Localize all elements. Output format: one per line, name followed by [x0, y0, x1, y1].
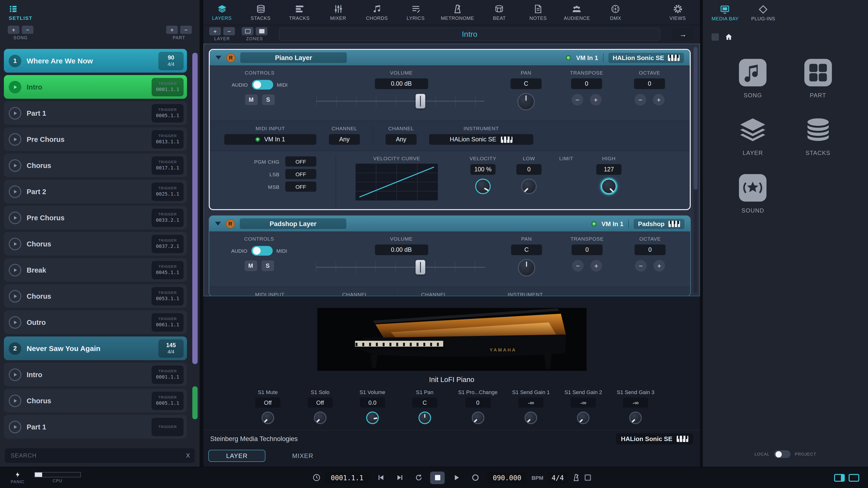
setlist-part[interactable]: Pre Chorus TRIGGER0013.1.1	[4, 127, 187, 151]
remove-part-button[interactable]: −	[180, 26, 192, 34]
toolbar-item-lyrics[interactable]: LYRICS	[402, 4, 429, 21]
layer-header[interactable]: R Piano Layer VM In 1 HALion Sonic SE	[210, 50, 690, 65]
setlist-part[interactable]: Pre Chorus TRIGGER0033.2.1	[4, 206, 187, 229]
mediabay-tile-stacks[interactable]: STACKS	[803, 115, 833, 156]
zones-edit-button[interactable]	[242, 27, 253, 35]
panic-button[interactable]: PANIC	[11, 471, 25, 484]
param-value-field[interactable]: -∞	[570, 397, 596, 408]
play-icon[interactable]	[9, 394, 21, 407]
fader-handle[interactable]	[416, 260, 426, 274]
param-value-field[interactable]: -∞	[518, 397, 544, 408]
setlist-part[interactable]: Chorus TRIGGER0005.1.1	[4, 389, 187, 413]
transpose-value[interactable]: 0	[571, 78, 602, 89]
mute-button[interactable]: M	[245, 94, 257, 105]
octave-minus-button[interactable]: −	[634, 94, 646, 105]
param-value-field[interactable]: Off	[308, 397, 333, 408]
mediabay-tile-layer[interactable]: LAYER	[738, 115, 768, 156]
velocity-knob[interactable]	[475, 178, 491, 194]
param-knob[interactable]	[471, 412, 484, 424]
setlist-part[interactable]: Part 1 TRIGGER	[4, 415, 187, 438]
play-icon[interactable]	[9, 264, 21, 276]
toolbar-item-tracks[interactable]: TRACKS	[286, 4, 313, 21]
play-button[interactable]	[449, 471, 464, 484]
param-value-field[interactable]: C	[412, 397, 437, 408]
plugin-name-chip[interactable]: HALion Sonic SE	[616, 433, 693, 445]
setlist-part[interactable]: Intro TRIGGER0001.1.1	[4, 363, 187, 386]
remove-layer-button[interactable]: −	[223, 27, 235, 35]
transpose-minus-button[interactable]: −	[571, 94, 583, 105]
play-icon[interactable]	[9, 133, 21, 145]
layer-midi-input[interactable]: VM In 1	[601, 220, 623, 227]
low-knob[interactable]	[521, 178, 537, 194]
param-knob[interactable]	[629, 412, 642, 424]
tab-media-bay[interactable]: MEDIA BAY	[712, 4, 739, 21]
low-value[interactable]: 0	[516, 164, 541, 175]
octave-plus-button[interactable]: +	[653, 94, 664, 105]
transpose-value[interactable]: 0	[571, 245, 602, 255]
solo-button[interactable]: S	[261, 260, 274, 271]
cycle-button[interactable]	[411, 471, 426, 484]
velocity-curve-graph[interactable]	[355, 164, 438, 200]
pan-value[interactable]: C	[510, 78, 541, 89]
play-icon[interactable]	[9, 185, 21, 198]
midi-input-select[interactable]: VM In 1	[224, 134, 316, 145]
param-knob[interactable]	[418, 412, 431, 424]
velocity-value[interactable]: 100 %	[470, 164, 496, 175]
solo-button[interactable]: S	[262, 94, 274, 105]
layer-header[interactable]: R Padshop Layer VM In 1 Padshop	[209, 216, 690, 231]
toolbar-item-metronome[interactable]: METRONOME	[441, 4, 474, 21]
record-button[interactable]	[468, 471, 483, 484]
local-project-toggle[interactable]	[774, 450, 790, 458]
go-to-start-button[interactable]	[374, 471, 388, 484]
mediabay-tile-part[interactable]: PART	[803, 58, 833, 99]
preset-name[interactable]: Init LoFI Piano	[204, 376, 700, 383]
param-value-field[interactable]: -∞	[623, 397, 648, 408]
window-full-button[interactable]	[848, 474, 859, 482]
time-sig-display[interactable]: 4/4	[548, 472, 568, 483]
play-icon[interactable]	[9, 420, 21, 433]
midi-channel-select[interactable]: Any	[329, 134, 360, 145]
stop-button[interactable]	[430, 471, 445, 484]
param-knob[interactable]	[314, 412, 327, 424]
pan-knob[interactable]	[518, 259, 535, 276]
layer-name-field[interactable]: Piano Layer	[240, 52, 347, 63]
keyboard-icon[interactable]	[668, 55, 680, 61]
clear-search-button[interactable]: X	[182, 452, 190, 459]
collapse-arrow-icon[interactable]	[216, 56, 221, 60]
layer-panel-padshop[interactable]: R Padshop Layer VM In 1 Padshop	[209, 216, 691, 296]
keyboard-icon[interactable]	[669, 221, 680, 227]
param-value-field[interactable]: 0	[465, 397, 490, 408]
pan-value[interactable]: C	[511, 245, 542, 255]
volume-fader[interactable]	[316, 93, 485, 109]
setlist-part[interactable]: Chorus TRIGGER0017.1.1	[4, 154, 187, 177]
octave-value[interactable]: 0	[634, 245, 665, 255]
param-value-field[interactable]: 0.0	[360, 397, 385, 408]
pgm-chg-toggle[interactable]: OFF	[285, 156, 316, 166]
toolbar-item-mixer[interactable]: MIXER	[324, 4, 352, 21]
play-icon[interactable]	[9, 80, 21, 93]
remove-song-button[interactable]: −	[22, 26, 33, 34]
window-split-button[interactable]	[834, 474, 845, 482]
setlist-scrollbar[interactable]	[192, 53, 197, 423]
param-knob[interactable]	[525, 412, 537, 424]
setlist-song[interactable]: 2 Never Saw You Again 1454/4	[4, 336, 187, 360]
high-knob[interactable]	[601, 178, 617, 194]
toolbar-item-chords[interactable]: CHORDS	[363, 4, 391, 21]
mediabay-tile-sound[interactable]: SOUND	[738, 173, 768, 214]
next-part-button[interactable]: →	[672, 28, 694, 40]
param-knob[interactable]	[366, 412, 379, 424]
home-icon[interactable]	[724, 33, 733, 41]
layer-instrument-chip[interactable]: HALion Sonic SE	[609, 53, 684, 63]
setlist-part[interactable]: Part 1 TRIGGER0005.1.1	[4, 101, 187, 125]
play-icon[interactable]	[9, 290, 21, 302]
toolbar-item-layers[interactable]: LAYERS	[208, 4, 236, 21]
layer-panel-piano[interactable]: R Piano Layer VM In 1 HALion Sonic SE	[209, 49, 691, 210]
go-to-end-button[interactable]	[393, 471, 407, 484]
param-knob[interactable]	[261, 412, 274, 424]
play-icon[interactable]	[9, 316, 21, 328]
transpose-minus-button[interactable]: −	[572, 260, 584, 271]
octave-plus-button[interactable]: +	[653, 260, 665, 271]
setlist-part[interactable]: Chorus TRIGGER0037.2.1	[4, 232, 187, 256]
param-knob[interactable]	[577, 412, 589, 424]
add-layer-button[interactable]: +	[209, 27, 221, 35]
